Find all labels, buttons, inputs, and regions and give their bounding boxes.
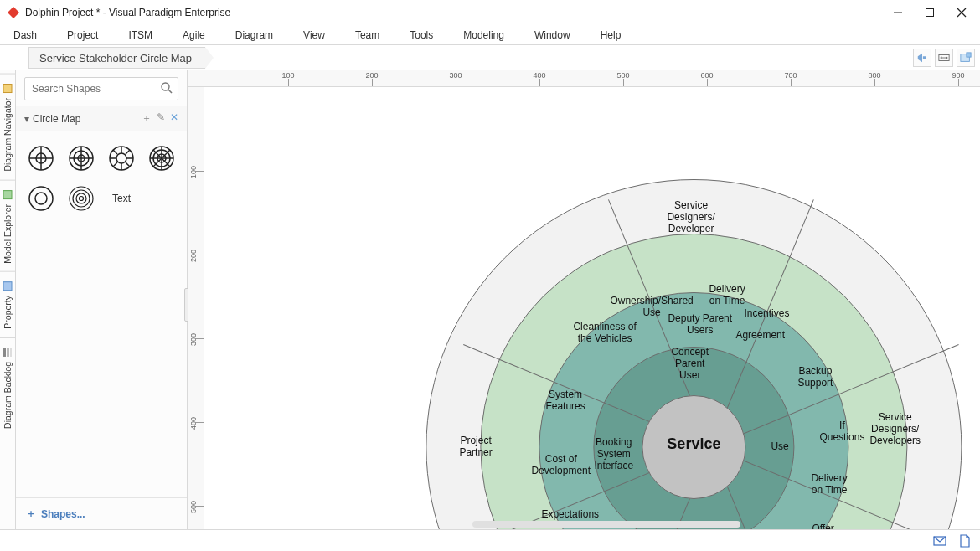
shape-multi-ring-slice[interactable] bbox=[147, 143, 177, 173]
left-tab-strip: Diagram Navigator Model Explorer Propert… bbox=[0, 70, 16, 529]
diagram-label[interactable]: Cost of Development bbox=[531, 454, 591, 477]
vtab-label: Property bbox=[3, 296, 13, 329]
shape-target[interactable] bbox=[66, 183, 96, 214]
horizontal-scrollbar[interactable] bbox=[472, 521, 740, 528]
maximize-button[interactable] bbox=[923, 6, 936, 19]
svg-rect-16 bbox=[7, 348, 9, 357]
svg-marker-9 bbox=[946, 56, 948, 59]
svg-line-19 bbox=[168, 90, 172, 93]
shapes-more-button[interactable]: ＋ Shapes... bbox=[16, 497, 187, 529]
diagram-label[interactable]: Cleanliness of the Vehicles bbox=[573, 322, 636, 345]
menu-view[interactable]: View bbox=[300, 28, 328, 43]
document-icon[interactable] bbox=[958, 534, 972, 548]
ruler-tick: 300 bbox=[372, 70, 456, 86]
menu-itsm[interactable]: ITSM bbox=[125, 28, 156, 43]
minimize-button[interactable] bbox=[891, 6, 905, 19]
window-new-icon[interactable] bbox=[957, 49, 975, 67]
subheader: Service Stakeholder Circle Map bbox=[0, 45, 980, 70]
diagram-label[interactable]: Backup Support bbox=[797, 366, 833, 389]
breadcrumb-item[interactable]: Service Stakeholder Circle Map bbox=[28, 47, 205, 69]
fit-width-icon[interactable] bbox=[935, 49, 953, 67]
menu-project[interactable]: Project bbox=[64, 28, 101, 43]
diagram-label[interactable]: Expectations bbox=[541, 509, 599, 521]
ruler-tick: 600 bbox=[623, 70, 707, 86]
vtab-label: Diagram Navigator bbox=[3, 98, 13, 172]
ruler-vertical: 100200300400500 bbox=[188, 87, 204, 529]
svg-point-18 bbox=[162, 83, 169, 90]
diagram-label[interactable]: Project Partner bbox=[459, 435, 492, 459]
diagram-label[interactable]: Deputy Parent Users bbox=[668, 313, 732, 337]
svg-point-46 bbox=[29, 187, 53, 210]
edit-icon[interactable]: ✎ bbox=[157, 111, 165, 126]
shapes-panel: ▾ Circle Map ＋ ✎ ✕ Text ＋ Shapes... bbox=[16, 70, 188, 529]
ruler-horizontal: 10020030040050060070080090010001100 bbox=[188, 70, 980, 87]
ruler-tick: 100 bbox=[204, 70, 288, 86]
property-icon bbox=[2, 281, 13, 292]
vtab-diagram-backlog[interactable]: Diagram Backlog bbox=[0, 337, 15, 437]
ruler-tick: 200 bbox=[288, 70, 372, 86]
ruler-tick: 100 bbox=[188, 87, 204, 171]
search-icon[interactable] bbox=[160, 81, 173, 98]
svg-line-35 bbox=[113, 150, 117, 154]
diagram-label[interactable]: If Questions bbox=[819, 420, 864, 444]
diagram-label[interactable]: Concept Parent User bbox=[671, 347, 709, 381]
svg-rect-17 bbox=[10, 348, 12, 357]
menu-window[interactable]: Window bbox=[531, 28, 574, 43]
svg-point-51 bbox=[80, 197, 84, 201]
close-icon[interactable]: ✕ bbox=[170, 111, 178, 126]
vtab-model-explorer[interactable]: Model Explorer bbox=[0, 180, 15, 272]
ruler-tick: 1000 bbox=[958, 70, 980, 86]
search-shapes-input[interactable] bbox=[24, 77, 178, 100]
diagram-label[interactable]: System Features bbox=[545, 389, 585, 413]
diagram-label[interactable]: Agreement bbox=[735, 330, 785, 342]
svg-rect-12 bbox=[3, 85, 12, 93]
ruler-tick: 400 bbox=[188, 338, 204, 422]
shape-text[interactable]: Text bbox=[106, 183, 137, 214]
diagram-label[interactable]: Use bbox=[771, 441, 788, 453]
navigator-icon bbox=[2, 83, 13, 95]
svg-point-47 bbox=[35, 193, 47, 204]
shape-donut-4slice[interactable] bbox=[66, 143, 96, 173]
menu-help[interactable]: Help bbox=[597, 28, 625, 43]
close-button[interactable] bbox=[955, 6, 968, 19]
menu-tools[interactable]: Tools bbox=[406, 28, 436, 43]
shape-donut[interactable] bbox=[26, 183, 56, 214]
menu-team[interactable]: Team bbox=[352, 28, 383, 43]
svg-line-37 bbox=[113, 162, 117, 167]
menu-dash[interactable]: Dash bbox=[10, 28, 40, 43]
diagram-label[interactable]: Delivery on Time bbox=[811, 473, 847, 497]
ruler-tick: 700 bbox=[707, 70, 791, 86]
diagram-label[interactable]: Incentives bbox=[744, 308, 789, 320]
menu-modeling[interactable]: Modeling bbox=[460, 28, 508, 43]
diagram-label[interactable]: Service Designers/ Developer bbox=[667, 200, 714, 234]
palette-header[interactable]: ▾ Circle Map ＋ ✎ ✕ bbox=[16, 106, 187, 131]
diagram-label[interactable]: Service Designers/ Developers bbox=[869, 412, 921, 446]
ruler-tick: 400 bbox=[456, 70, 539, 86]
app-logo-icon bbox=[7, 6, 20, 19]
svg-point-50 bbox=[76, 193, 86, 203]
diagram-label[interactable]: Delivery on Time bbox=[709, 284, 745, 307]
menubar: Dash Project ITSM Agile Diagram View Tea… bbox=[0, 25, 980, 45]
shape-circle-4slice[interactable] bbox=[26, 143, 56, 173]
menu-agile[interactable]: Agile bbox=[179, 28, 209, 43]
vtab-diagram-navigator[interactable]: Diagram Navigator bbox=[0, 74, 15, 180]
svg-marker-0 bbox=[8, 7, 19, 18]
circle-map-diagram[interactable]: Service Service Designers/ DeveloperProj… bbox=[426, 87, 980, 529]
shape-multi-slice[interactable] bbox=[106, 143, 137, 173]
announce-icon[interactable] bbox=[913, 49, 931, 67]
vtab-property[interactable]: Property bbox=[0, 271, 15, 337]
svg-point-49 bbox=[73, 190, 90, 207]
diagram-label[interactable]: Offer Availibility bbox=[801, 523, 844, 529]
ruler-tick: 800 bbox=[791, 70, 874, 86]
svg-rect-14 bbox=[3, 282, 12, 291]
mail-icon[interactable] bbox=[933, 534, 946, 548]
diagram-label[interactable]: Booking System Interface bbox=[594, 437, 633, 471]
breadcrumb[interactable]: Service Stakeholder Circle Map bbox=[28, 47, 205, 69]
menu-diagram[interactable]: Diagram bbox=[232, 28, 276, 43]
add-icon[interactable]: ＋ bbox=[142, 111, 152, 126]
statusbar bbox=[0, 529, 980, 551]
diagram-canvas[interactable]: Service Service Designers/ DeveloperProj… bbox=[204, 87, 980, 529]
ruler-tick: 200 bbox=[188, 171, 204, 255]
svg-rect-11 bbox=[967, 52, 971, 56]
center-label: Service bbox=[642, 435, 745, 453]
